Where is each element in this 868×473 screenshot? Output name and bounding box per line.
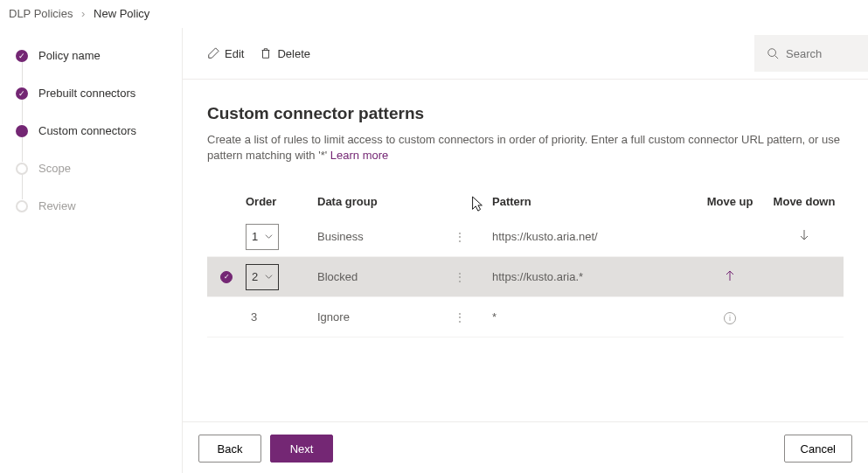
wizard-sidebar: Policy name Prebuilt connectors Custom c… [0, 28, 182, 473]
toolbar: Edit Delete [183, 28, 868, 80]
info-icon[interactable]: i [724, 312, 736, 324]
data-group-value: Business [317, 230, 364, 243]
step-dot-done-icon [16, 50, 28, 62]
pattern-value: https://kusto.aria.net/ [492, 230, 695, 243]
info-cell: i [695, 310, 765, 324]
page-title: Custom connector patterns [207, 104, 844, 123]
more-actions-icon[interactable]: ⋮ [454, 310, 466, 324]
more-actions-icon[interactable]: ⋮ [454, 270, 466, 284]
row-select[interactable] [207, 271, 246, 283]
svg-point-0 [768, 49, 776, 57]
checked-icon [220, 271, 233, 283]
back-button[interactable]: Back [198, 435, 261, 463]
more-actions-icon[interactable]: ⋮ [454, 230, 466, 244]
step-dot-done-icon [16, 87, 28, 100]
order-value: 3 [246, 310, 257, 323]
delete-button[interactable]: Delete [260, 47, 310, 60]
pattern-value: https://kusto.aria.* [492, 270, 695, 283]
page-description: Create a list of rules to limit access t… [207, 132, 844, 163]
breadcrumb: DLP Policies › New Policy [0, 0, 868, 28]
rules-table: Order Data group Pattern Move up Move do… [207, 186, 844, 337]
arrow-up-icon [723, 268, 737, 282]
move-up-button[interactable] [695, 268, 765, 285]
data-group-value: Blocked [317, 270, 358, 283]
move-down-button[interactable] [765, 228, 844, 245]
search-box[interactable] [754, 35, 868, 72]
step-prebuilt-connectors[interactable]: Prebuilt connectors [16, 87, 182, 100]
table-row[interactable]: 3 Ignore ⋮ * i [207, 297, 844, 337]
arrow-down-icon [797, 228, 811, 242]
header-data-group[interactable]: Data group [317, 195, 492, 208]
delete-icon [260, 47, 272, 59]
step-scope[interactable]: Scope [16, 162, 182, 175]
table-row[interactable]: 1 Business ⋮ https://kusto.aria.net/ [207, 217, 844, 257]
step-review[interactable]: Review [16, 199, 182, 212]
chevron-down-icon [265, 273, 273, 281]
next-button[interactable]: Next [270, 435, 333, 463]
table-header: Order Data group Pattern Move up Move do… [207, 186, 844, 217]
breadcrumb-parent[interactable]: DLP Policies [9, 7, 73, 20]
breadcrumb-current: New Policy [94, 7, 149, 20]
step-dot-current-icon [16, 125, 28, 137]
chevron-down-icon [265, 233, 273, 240]
edit-icon [207, 47, 219, 59]
step-dot-pending-icon [16, 163, 28, 175]
wizard-footer: Back Next Cancel [183, 421, 868, 473]
header-move-up[interactable]: Move up [695, 195, 765, 208]
svg-line-1 [775, 56, 779, 59]
header-move-down[interactable]: Move down [765, 195, 844, 208]
header-pattern[interactable]: Pattern [492, 195, 695, 208]
order-dropdown[interactable]: 2 [246, 264, 279, 290]
learn-more-link[interactable]: Learn more [330, 149, 388, 162]
step-dot-pending-icon [16, 200, 28, 212]
pattern-value: * [492, 310, 695, 323]
data-group-value: Ignore [317, 310, 350, 323]
table-row[interactable]: 2 Blocked ⋮ https://kusto.aria.* [207, 257, 844, 297]
search-input[interactable] [786, 47, 856, 60]
cancel-button[interactable]: Cancel [784, 435, 852, 463]
header-order[interactable]: Order [246, 195, 317, 208]
order-dropdown[interactable]: 1 [246, 224, 279, 250]
step-custom-connectors[interactable]: Custom connectors [16, 124, 182, 137]
breadcrumb-separator: › [81, 7, 85, 20]
search-icon [767, 47, 779, 59]
step-policy-name[interactable]: Policy name [16, 49, 182, 62]
edit-button[interactable]: Edit [207, 47, 244, 60]
